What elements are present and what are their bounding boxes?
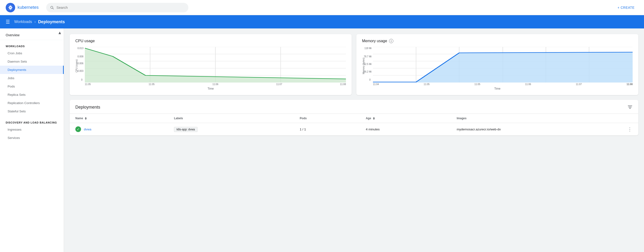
table-row: ✓ dvwa k8s-app: dvwa 1 / 1 4 minutes myd… xyxy=(70,123,638,136)
sidebar-item-cron-jobs[interactable]: Cron Jobs xyxy=(0,49,64,57)
kubernetes-logo-icon xyxy=(6,3,15,12)
status-ok-icon: ✓ xyxy=(75,126,81,132)
cpu-y-axis-label: CPU (cores) xyxy=(75,59,78,72)
more-options-icon[interactable]: ⋮ xyxy=(628,127,633,132)
table-card-header: Deployments xyxy=(70,100,638,114)
menu-icon[interactable]: ☰ xyxy=(6,19,10,25)
memory-chart-title: Memory usage i xyxy=(362,39,633,43)
search-input[interactable] xyxy=(56,6,184,10)
breadcrumb-bar: ☰ Workloads › Deployments xyxy=(0,15,644,29)
col-header-pods: Pods xyxy=(294,114,360,123)
age-sort-icon[interactable] xyxy=(373,117,375,120)
cpu-chart-svg xyxy=(85,47,346,83)
sidebar-discovery-label: Discovery and Load Balancing xyxy=(0,117,64,125)
filter-icon[interactable] xyxy=(628,105,633,110)
sidebar-workloads-label: Workloads xyxy=(0,41,64,49)
info-icon: i xyxy=(389,39,393,43)
table-title: Deployments xyxy=(75,105,100,110)
svg-marker-26 xyxy=(373,52,633,83)
svg-line-4 xyxy=(52,8,54,9)
label-badge: k8s-app: dvwa xyxy=(174,127,197,132)
sidebar-overview[interactable]: Overview xyxy=(0,30,64,40)
cpu-chart-title: CPU usage xyxy=(75,39,346,43)
col-header-images: Images xyxy=(451,114,622,123)
main-content: CPU usage 0.013 0.008 0.006 0.003 0 CPU … xyxy=(64,29,644,252)
top-nav: kubernetes + CREATE xyxy=(0,0,644,15)
sidebar-item-stateful-sets[interactable]: Stateful Sets xyxy=(0,107,64,115)
deployment-more-cell[interactable]: ⋮ xyxy=(622,123,638,136)
memory-chart-card: Memory usage i 118 Mi 78.7 Mi 52.5 Mi 26… xyxy=(356,34,638,95)
sidebar-item-jobs[interactable]: Jobs xyxy=(0,74,64,82)
sidebar-item-deployments[interactable]: Deployments xyxy=(0,66,64,74)
deployment-name-cell: ✓ dvwa xyxy=(70,123,168,136)
deployment-images-cell: mydemosacr.azurecr.io/web-dv xyxy=(451,123,622,136)
deployment-age-cell: 4 minutes xyxy=(360,123,451,136)
create-button[interactable]: + CREATE xyxy=(614,4,638,11)
cpu-chart-card: CPU usage 0.013 0.008 0.006 0.003 0 CPU … xyxy=(70,34,352,95)
memory-x-label: Time xyxy=(362,87,633,90)
sidebar-item-replica-sets[interactable]: Replica Sets xyxy=(0,91,64,99)
svg-point-2 xyxy=(10,7,11,8)
breadcrumb-separator: › xyxy=(34,20,36,24)
logo-text: kubernetes xyxy=(18,5,38,10)
deployments-table: Name Labels Pods xyxy=(70,114,638,135)
deployment-name-link[interactable]: dvwa xyxy=(84,128,92,131)
breadcrumb-current: Deployments xyxy=(38,20,65,25)
sidebar-collapse-btn[interactable]: ▲ xyxy=(58,30,62,35)
memory-chart-svg xyxy=(373,47,633,83)
sidebar-item-services[interactable]: Services xyxy=(0,134,64,142)
main-layout: ▲ Overview Workloads Cron Jobs Daemon Se… xyxy=(0,29,644,252)
col-header-labels: Labels xyxy=(168,114,294,123)
sidebar-item-replication-controllers[interactable]: Replication Controllers xyxy=(0,99,64,107)
memory-y-axis-label: Memory (bytes) xyxy=(362,58,365,74)
sidebar: ▲ Overview Workloads Cron Jobs Daemon Se… xyxy=(0,29,64,252)
name-sort-icon[interactable] xyxy=(85,117,87,120)
sidebar-item-daemon-sets[interactable]: Daemon Sets xyxy=(0,57,64,66)
logo-area: kubernetes xyxy=(6,3,38,12)
sidebar-item-ingresses[interactable]: Ingresses xyxy=(0,125,64,134)
search-icon xyxy=(50,6,54,10)
deployment-labels-cell: k8s-app: dvwa xyxy=(168,123,294,136)
sidebar-item-pods[interactable]: Pods xyxy=(0,82,64,91)
cpu-x-label: Time xyxy=(75,87,346,90)
col-header-age[interactable]: Age xyxy=(360,114,451,123)
col-header-name[interactable]: Name xyxy=(70,114,168,123)
breadcrumb-parent[interactable]: Workloads xyxy=(14,20,32,24)
deployment-pods-cell: 1 / 1 xyxy=(294,123,360,136)
search-box[interactable] xyxy=(46,3,188,12)
deployments-table-card: Deployments Name xyxy=(70,100,638,135)
charts-row: CPU usage 0.013 0.008 0.006 0.003 0 CPU … xyxy=(70,34,638,95)
